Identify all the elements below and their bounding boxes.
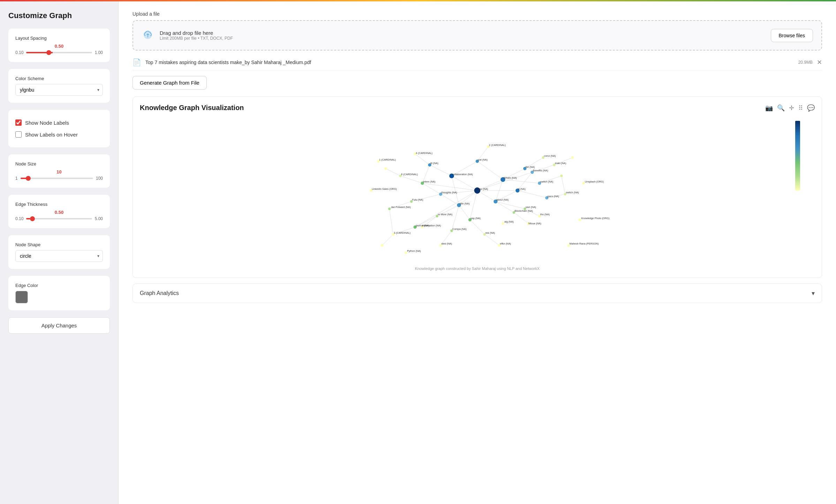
browse-files-button[interactable]: Browse files bbox=[771, 29, 813, 42]
node-size-row: 1 100 bbox=[15, 176, 103, 181]
layout-spacing-row: 0.10 1.00 bbox=[15, 50, 103, 55]
upload-text-sub: Limit 200MB per file • TXT, DOCX, PDF bbox=[160, 36, 233, 41]
file-remove-button[interactable]: ✕ bbox=[817, 59, 822, 65]
svg-point-90 bbox=[578, 218, 581, 221]
svg-text:collaboration (NA): collaboration (NA) bbox=[453, 173, 473, 176]
node-size-min: 1 bbox=[15, 176, 18, 181]
layout-spacing-card: Layout Spacing 0.50 0.10 1.00 bbox=[8, 29, 110, 62]
svg-text:1 (CARDINAL): 1 (CARDINAL) bbox=[379, 158, 396, 161]
svg-text:savi (NA): savi (NA) bbox=[526, 206, 536, 209]
edge-thickness-card: Edge Thickness 0.50 0.10 5.00 bbox=[8, 195, 110, 228]
svg-text:effor (NA): effor (NA) bbox=[500, 242, 511, 245]
svg-line-41 bbox=[441, 194, 459, 206]
svg-line-50 bbox=[562, 176, 565, 194]
svg-text:title (NA): title (NA) bbox=[460, 202, 470, 205]
edge-thickness-label: Edge Thickness bbox=[15, 202, 103, 207]
generate-graph-button[interactable]: Generate Graph from File bbox=[132, 76, 207, 90]
svg-text:4 (CARDINAL): 4 (CARDINAL) bbox=[416, 152, 433, 155]
show-labels-hover-checkbox[interactable] bbox=[15, 131, 22, 138]
upload-zone[interactable]: Drag and drop file here Limit 200MB per … bbox=[132, 20, 822, 51]
svg-text:about (NA): about (NA) bbox=[496, 198, 509, 201]
svg-text:tho (NA): tho (NA) bbox=[540, 213, 550, 216]
svg-text:switch (NA): switch (NA) bbox=[540, 180, 553, 183]
edge-thickness-min: 0.10 bbox=[15, 216, 23, 221]
svg-line-16 bbox=[452, 205, 459, 231]
svg-text:re More (NA): re More (NA) bbox=[438, 213, 453, 216]
show-node-labels-checkbox[interactable] bbox=[15, 119, 22, 126]
svg-line-8 bbox=[423, 183, 478, 191]
graph-section: Knowledge Graph Visualization 📷 🔍 ✛ ⠿ 💬 … bbox=[132, 96, 822, 278]
svg-line-22 bbox=[401, 176, 423, 183]
apply-changes-button[interactable]: Apply Changes bbox=[8, 317, 110, 334]
svg-line-25 bbox=[415, 154, 430, 165]
layout-spacing-label: Layout Spacing bbox=[15, 36, 103, 41]
sidebar: Customize Graph Layout Spacing 0.50 0.10… bbox=[0, 0, 119, 504]
svg-text:Compa (NA): Compa (NA) bbox=[453, 227, 467, 231]
grid-icon[interactable]: ⠿ bbox=[798, 104, 803, 112]
svg-text:2 (CARDINAL): 2 (CARDINAL) bbox=[489, 144, 506, 147]
svg-text:Misue (NA): Misue (NA) bbox=[529, 222, 541, 225]
upload-text-block: Drag and drop file here Limit 200MB per … bbox=[160, 30, 233, 41]
node-shape-wrapper: circle square diamond triangle ▾ bbox=[15, 250, 103, 262]
svg-line-43 bbox=[423, 183, 441, 194]
svg-line-17 bbox=[496, 202, 514, 213]
chat-icon[interactable]: 💬 bbox=[807, 104, 815, 112]
graph-header: Knowledge Graph Visualization 📷 🔍 ✛ ⠿ 💬 bbox=[140, 104, 815, 112]
color-scheme-select[interactable]: ylgnbu viridis plasma inferno bbox=[15, 84, 103, 96]
analytics-chevron-down-icon: ▾ bbox=[812, 289, 815, 297]
svg-line-11 bbox=[430, 165, 452, 176]
svg-text:Jan Folward (NA): Jan Folward (NA) bbox=[391, 206, 411, 209]
show-node-labels-row: Show Node Labels bbox=[15, 117, 103, 129]
svg-text:Blockchain (NA): Blockchain (NA) bbox=[515, 209, 533, 212]
crosshair-icon[interactable]: ✛ bbox=[789, 104, 794, 112]
svg-line-46 bbox=[477, 161, 503, 180]
svg-line-47 bbox=[459, 205, 470, 220]
svg-point-95 bbox=[501, 222, 504, 225]
graph-analytics-bar[interactable]: Graph Analytics ▾ bbox=[132, 284, 822, 303]
graph-container: 12 10 8 6 4 2 0 Node Connections .node {… bbox=[140, 117, 815, 264]
svg-text:Mahesh Rana (PERSON): Mahesh Rana (PERSON) bbox=[570, 242, 599, 245]
cloud-upload-icon bbox=[142, 28, 154, 43]
svg-text:3 (CARDINAL): 3 (CARDINAL) bbox=[394, 231, 411, 234]
edge-thickness-slider[interactable] bbox=[26, 218, 92, 219]
edge-color-swatch[interactable] bbox=[15, 291, 28, 303]
edge-color-label: Edge Color bbox=[15, 283, 103, 288]
svg-line-20 bbox=[518, 191, 547, 198]
layout-spacing-value: 0.50 bbox=[15, 44, 103, 49]
svg-text:desi (NA): desi (NA) bbox=[441, 242, 452, 245]
show-labels-hover-label[interactable]: Show Labels on Hover bbox=[25, 132, 78, 138]
svg-point-78 bbox=[381, 244, 383, 247]
svg-line-21 bbox=[470, 220, 485, 234]
svg-text:you (NA): you (NA) bbox=[478, 187, 488, 191]
camera-icon[interactable]: 📷 bbox=[765, 104, 773, 112]
top-color-bar bbox=[0, 0, 836, 1]
svg-line-18 bbox=[496, 202, 525, 209]
file-size: 20.9MB bbox=[798, 60, 813, 65]
svg-text:Benefits (NA): Benefits (NA) bbox=[533, 169, 548, 172]
svg-text:switch (NA): switch (NA) bbox=[566, 191, 579, 194]
svg-text:paco (NA): paco (NA) bbox=[548, 195, 559, 198]
node-size-label: Node Size bbox=[15, 161, 103, 166]
svg-point-80 bbox=[388, 207, 391, 210]
node-size-value: 10 bbox=[15, 169, 103, 175]
svg-text:conci (NA): conci (NA) bbox=[544, 154, 556, 157]
svg-line-39 bbox=[452, 176, 459, 205]
edge-color-card: Edge Color bbox=[8, 276, 110, 310]
svg-line-34 bbox=[382, 234, 393, 246]
show-node-labels-label[interactable]: Show Node Labels bbox=[25, 120, 69, 126]
layout-spacing-slider[interactable] bbox=[26, 52, 92, 53]
graph-caption: Knowledge graph constructed by Sahir Mah… bbox=[140, 266, 815, 271]
svg-text:say (NA): say (NA) bbox=[471, 217, 481, 220]
svg-text:Whats (NA): Whats (NA) bbox=[504, 176, 517, 179]
color-scheme-wrapper: ylgnbu viridis plasma inferno ▾ bbox=[15, 84, 103, 96]
svg-text:LinkedIn Sales (ORG): LinkedIn Sales (ORG) bbox=[372, 187, 397, 191]
legend-bar bbox=[795, 121, 800, 191]
svg-line-32 bbox=[386, 169, 401, 176]
graph-tools: 📷 🔍 ✛ ⠿ 💬 bbox=[765, 104, 815, 112]
svg-point-91 bbox=[582, 182, 585, 185]
node-size-slider[interactable] bbox=[21, 178, 93, 179]
checkboxes-card: Show Node Labels Show Labels on Hover bbox=[8, 110, 110, 147]
zoom-in-icon[interactable]: 🔍 bbox=[777, 104, 785, 112]
node-shape-select[interactable]: circle square diamond triangle bbox=[15, 250, 103, 262]
svg-text:information (NA): information (NA) bbox=[423, 224, 441, 227]
